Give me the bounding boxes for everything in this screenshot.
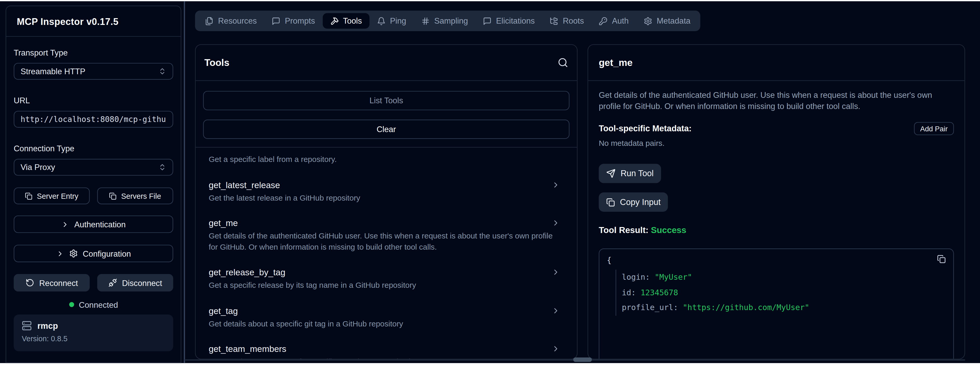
connection-status: Connected: [14, 299, 173, 310]
configuration-label: Configuration: [83, 249, 131, 258]
reconnect-label: Reconnect: [39, 278, 78, 288]
connection-type-value: Via Proxy: [21, 162, 55, 172]
result-json-viewer: { login: "MyUser"id: 12345678profile_url…: [599, 248, 954, 359]
tool-detail-panel: get_me Get details of the authenticated …: [587, 44, 965, 359]
server-version: Version: 0.8.5: [22, 334, 165, 343]
json-open-brace: {: [607, 254, 946, 266]
detail-panel-body: Get details of the authenticated GitHub …: [588, 90, 965, 359]
tool-name: get_me: [209, 218, 564, 229]
tab-resources[interactable]: Resources: [197, 13, 264, 29]
tab-ping[interactable]: Ping: [369, 13, 414, 29]
tool-list-item-get_tag[interactable]: get_tagGet details about a specific git …: [209, 298, 564, 336]
tab-label: Resources: [218, 16, 257, 25]
tab-label: Ping: [390, 16, 406, 25]
connection-buttons-row: Reconnect Disconnect: [14, 274, 173, 291]
connection-type-select[interactable]: Via Proxy: [14, 159, 173, 176]
servers-file-label: Servers File: [121, 191, 161, 200]
message-square-icon: [483, 17, 492, 25]
authentication-toggle[interactable]: Authentication: [14, 215, 173, 233]
top-tab-bar: ResourcesPromptsToolsPingSamplingElicita…: [195, 11, 700, 31]
url-label: URL: [14, 96, 173, 106]
tab-prompts[interactable]: Prompts: [264, 13, 323, 29]
message-square-icon: [272, 17, 281, 25]
clear-button[interactable]: Clear: [203, 119, 569, 139]
tool-list-item-get_me[interactable]: get_meGet details of the authenticated G…: [209, 210, 564, 260]
chevron-right-icon: [551, 268, 560, 277]
tool-result-label: Tool Result:: [599, 225, 649, 235]
chevron-right-icon: [551, 306, 560, 315]
json-value: 12345678: [640, 288, 678, 297]
app-background: MCP Inspector v0.17.5 Transport Type Str…: [0, 1, 980, 363]
copy-input-button[interactable]: Copy Input: [599, 192, 668, 212]
json-line: profile_url: "https://github.com/MyUser": [622, 300, 946, 315]
tool-name: get_latest_release: [209, 179, 564, 190]
tool-list-item-get_release_by_tag[interactable]: get_release_by_tagGet a specific release…: [209, 260, 564, 298]
copy-icon: [109, 192, 117, 200]
reconnect-button[interactable]: Reconnect: [14, 274, 90, 291]
connection-type-label: Connection Type: [14, 144, 173, 154]
tab-label: Elicitations: [496, 16, 535, 25]
tool-name: get_release_by_tag: [209, 267, 564, 278]
configuration-toggle[interactable]: Configuration: [14, 245, 173, 262]
chevron-right-icon: [61, 220, 69, 228]
tools-panel-header: Tools: [196, 45, 577, 81]
mcp-inspector-window: MCP Inspector v0.17.5 Transport Type Str…: [0, 0, 980, 369]
tools-list-panel: Tools List Tools Clear Get a specific la…: [195, 44, 578, 359]
detail-panel-header: get_me: [588, 45, 965, 81]
server-entry-button[interactable]: Server Entry: [14, 188, 90, 204]
sidebar-body: Transport Type Streamable HTTP URL http:…: [6, 48, 181, 352]
tab-label: Prompts: [285, 16, 315, 25]
tab-label: Roots: [563, 16, 584, 25]
tool-description: Get the latest release in a GitHub repos…: [209, 193, 564, 204]
tab-label: Sampling: [434, 16, 468, 25]
disconnect-button[interactable]: Disconnect: [97, 274, 173, 291]
tool-list: Get a specific label from a repository.g…: [196, 148, 577, 359]
chevron-right-icon: [551, 180, 560, 189]
chevron-right-icon: [551, 218, 560, 227]
metadata-label: Tool-specific Metadata:: [599, 124, 692, 134]
servers-file-button[interactable]: Servers File: [97, 188, 173, 204]
bell-icon: [377, 17, 386, 25]
tool-list-item[interactable]: Get a specific label from a repository.: [209, 148, 564, 172]
settings-icon: [644, 17, 652, 25]
url-input[interactable]: http://localhost:8080/mcp-githu: [14, 111, 173, 128]
copy-input-label: Copy Input: [620, 197, 661, 207]
add-pair-button[interactable]: Add Pair: [914, 122, 954, 135]
tool-list-item-get_team_members[interactable]: get_team_membersGet member usernames of …: [209, 336, 564, 359]
tool-description: Get a specific release by its tag name i…: [209, 280, 564, 291]
gear-icon: [69, 249, 78, 258]
tab-label: Auth: [612, 16, 628, 25]
url-value: http://localhost:8080/mcp-githu: [21, 115, 166, 124]
tab-roots[interactable]: Roots: [542, 13, 592, 29]
transport-type-value: Streamable HTTP: [21, 67, 86, 76]
sidebar-resize-handle[interactable]: [184, 1, 185, 363]
tab-label: Tools: [343, 16, 362, 25]
tab-metadata[interactable]: Metadata: [636, 13, 698, 29]
tool-description: Get member usernames of a specific team …: [209, 357, 564, 359]
copy-icon: [25, 192, 32, 200]
server-info-card: rmcp Version: 0.8.5: [14, 315, 173, 352]
folder-tree-icon: [550, 17, 558, 25]
send-icon: [606, 169, 616, 178]
json-value: "MyUser": [655, 272, 692, 282]
transport-type-select[interactable]: Streamable HTTP: [14, 63, 173, 80]
json-value: "https://github.com/MyUser": [683, 302, 810, 312]
copy-json-icon[interactable]: [937, 255, 946, 264]
hammer-icon: [330, 17, 339, 25]
tab-auth[interactable]: Auth: [591, 13, 636, 29]
tool-name: get_tag: [209, 305, 564, 316]
list-tools-button[interactable]: List Tools: [203, 91, 569, 110]
tool-list-item-get_latest_release[interactable]: get_latest_releaseGet the latest release…: [209, 172, 564, 211]
tab-tools[interactable]: Tools: [323, 13, 369, 29]
tab-elicitations[interactable]: Elicitations: [476, 13, 542, 29]
search-icon[interactable]: [558, 57, 568, 68]
connection-status-text: Connected: [79, 300, 118, 309]
json-line: id: 12345678: [622, 285, 946, 300]
tool-description: Get details of the authenticated GitHub …: [599, 90, 954, 111]
run-tool-button[interactable]: Run Tool: [599, 164, 661, 183]
tab-sampling[interactable]: Sampling: [414, 13, 475, 29]
tool-result-line: Tool Result: Success: [599, 225, 954, 235]
app-title: MCP Inspector v0.17.5: [17, 16, 119, 27]
chevrons-up-down-icon: [158, 67, 166, 75]
panel-resize-handle[interactable]: [573, 358, 592, 362]
